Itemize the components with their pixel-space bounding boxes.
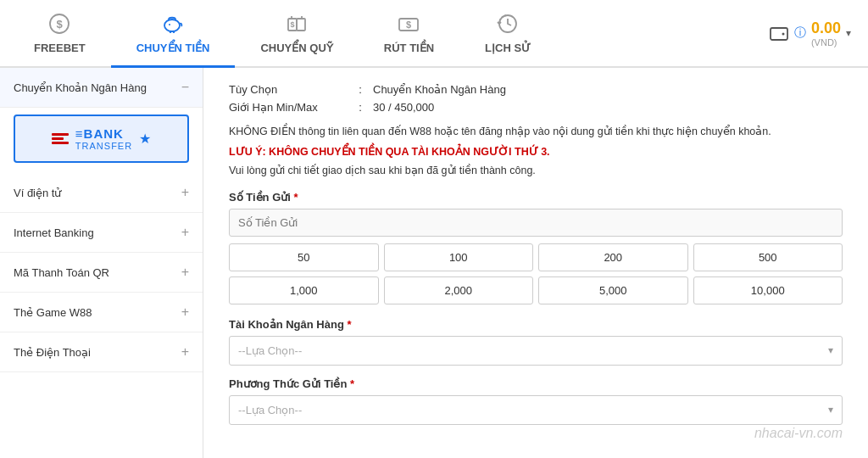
svg-text:$: $ <box>57 18 64 31</box>
payment-method-field-label: Phương Thức Gửi Tiền * <box>229 377 843 390</box>
amount-btn-500[interactable]: 500 <box>693 243 843 271</box>
info-icon[interactable]: ⓘ <box>794 25 806 41</box>
wallet-area: ⓘ 0.00 (VND) ▾ <box>760 0 860 66</box>
sidebar-item-bank-transfer[interactable]: Chuyển Khoản Ngân Hàng − <box>0 68 203 108</box>
limit-colon: : <box>348 101 373 114</box>
nav-item-chuyen-tien[interactable]: CHUYỂN TIỀN <box>111 0 236 68</box>
payment-method-select[interactable]: --Lựa Chọn-- ▾ <box>229 395 843 425</box>
sidebar-label-bank-transfer: Chuyển Khoản Ngân Hàng <box>14 81 147 94</box>
notice-box: KHÔNG ĐIỀN thông tin liên quan đến W88 h… <box>229 124 843 140</box>
wallet-icon-wrap: ⓘ <box>769 23 806 43</box>
amount-btn-2000[interactable]: 2,000 <box>384 276 534 304</box>
bank-select-chevron-icon: ▾ <box>828 344 833 356</box>
sidebar-label-the-dien-thoai: Thẻ Điện Thoại <box>14 346 91 359</box>
nav-label-freebet: FREEBET <box>34 42 86 54</box>
balance-amount: 0.00 <box>811 20 841 37</box>
amount-btn-200[interactable]: 200 <box>538 243 688 271</box>
sidebar-item-internet-banking[interactable]: Internet Banking + <box>0 213 203 253</box>
sidebar-item-the-game[interactable]: Thẻ Game W88 + <box>0 293 203 332</box>
amount-input[interactable] <box>229 209 843 237</box>
bank-line-1 <box>52 133 69 136</box>
wallet-icon <box>769 23 789 43</box>
plus-icon-2: + <box>181 225 189 240</box>
amount-field-label: Số Tiền Gửi * <box>229 191 843 204</box>
sidebar-label-ma-thanh-toan: Mã Thanh Toán QR <box>14 266 109 279</box>
limit-row: Giới Hạn Min/Max : 30 / 450,000 <box>229 101 843 114</box>
sidebar-label-internet-banking: Internet Banking <box>14 226 94 239</box>
bank-line-3 <box>52 142 69 144</box>
limit-label: Giới Hạn Min/Max <box>229 101 348 114</box>
amount-grid: 50 100 200 500 1,000 2,000 5,000 10,000 <box>229 243 843 304</box>
notice-warning-prefix: Lưu ý: <box>229 146 269 158</box>
star-icon: ★ <box>139 131 151 147</box>
dollar-box-icon: $ <box>396 11 421 36</box>
transfer-box-icon: $ <box>284 11 309 36</box>
sidebar: Chuyển Khoản Ngân Hàng − ≡BANK TRANSFER … <box>0 68 203 458</box>
notice-text-2: Vui lòng gửi chi tiết giao dịch sau khi … <box>229 165 536 176</box>
amount-btn-1000[interactable]: 1,000 <box>229 276 379 304</box>
piggy-bank-icon <box>160 11 186 36</box>
sidebar-item-vi-dien-tu[interactable]: Ví điện tử + <box>0 173 203 213</box>
amount-required-star: * <box>294 191 298 204</box>
bank-name: ≡BANK <box>75 126 132 141</box>
svg-text:$: $ <box>406 20 411 30</box>
sidebar-label-the-game: Thẻ Game W88 <box>14 306 92 319</box>
bank-select-placeholder: --Lựa Chọn-- <box>238 344 302 357</box>
amount-label-text: Số Tiền Gửi <box>229 191 291 204</box>
svg-rect-10 <box>771 28 787 40</box>
amount-btn-100[interactable]: 100 <box>384 243 534 271</box>
notice-warning-suffix: tiền qua Tài khoản người thứ 3. <box>356 146 550 158</box>
notice-warning: Lưu ý: KHÔNG CHUYỂN tiền qua Tài khoản n… <box>229 145 843 158</box>
option-label: Tùy Chọn <box>229 83 348 96</box>
svg-rect-5 <box>297 19 305 31</box>
chevron-down-icon[interactable]: ▾ <box>846 27 851 39</box>
bank-logo-text: ≡BANK TRANSFER <box>75 126 132 151</box>
bank-account-field-label: Tài Khoản Ngân Hàng * <box>229 318 843 331</box>
content-area: Tùy Chọn : Chuyển Khoản Ngân Hàng Giới H… <box>203 68 868 458</box>
payment-select-chevron-icon: ▾ <box>828 404 833 416</box>
option-value: Chuyển Khoản Ngân Hàng <box>373 83 506 96</box>
bank-account-required-star: * <box>347 318 351 331</box>
sidebar-item-the-dien-thoai[interactable]: Thẻ Điện Thoại + <box>0 332 203 372</box>
payment-method-label-text: Phương Thức Gửi Tiền <box>229 377 347 390</box>
nav-item-chuyen-quy[interactable]: $ CHUYỂN QUỸ <box>235 0 358 68</box>
limit-value: 30 / 450,000 <box>373 101 434 114</box>
notice-after: Vui lòng gửi chi tiết giao dịch sau khi … <box>229 163 843 179</box>
nav-label-chuyen-tien: CHUYỂN TIỀN <box>136 42 210 54</box>
balance-display: 0.00 (VND) <box>811 20 841 47</box>
nav-label-lich-su: LỊCH SỬ <box>485 42 531 54</box>
plus-icon-5: + <box>181 344 189 360</box>
svg-text:$: $ <box>291 20 295 29</box>
dollar-circle-icon: $ <box>47 11 72 36</box>
bank-line-2 <box>52 137 64 140</box>
plus-icon-1: + <box>181 185 189 200</box>
bank-account-select[interactable]: --Lựa Chọn-- ▾ <box>229 336 843 366</box>
main-layout: Chuyển Khoản Ngân Hàng − ≡BANK TRANSFER … <box>0 68 868 458</box>
sidebar-label-vi-dien-tu: Ví điện tử <box>14 187 61 199</box>
nav-item-rut-tien[interactable]: $ RÚT TIỀN <box>359 0 459 68</box>
bank-account-label-text: Tài Khoản Ngân Hàng <box>229 318 344 331</box>
balance-currency: (VND) <box>811 37 841 47</box>
bank-sub: TRANSFER <box>75 141 132 151</box>
top-navigation: $ FREEBET CHUYỂN TIỀN $ CHUYỂN <box>0 0 868 68</box>
nav-label-rut-tien: RÚT TIỀN <box>384 42 434 54</box>
option-row: Tùy Chọn : Chuyển Khoản Ngân Hàng <box>229 83 843 96</box>
payment-select-placeholder: --Lựa Chọn-- <box>238 404 302 416</box>
amount-btn-5000[interactable]: 5,000 <box>538 276 688 304</box>
bank-lines <box>52 133 69 144</box>
nav-item-lich-su[interactable]: LỊCH SỬ <box>459 0 556 68</box>
plus-icon-3: + <box>181 265 189 280</box>
payment-method-required-star: * <box>350 377 354 390</box>
notice-text-1: KHÔNG ĐIỀN thông tin liên quan đến W88 h… <box>229 126 771 137</box>
sidebar-item-ma-thanh-toan[interactable]: Mã Thanh Toán QR + <box>0 253 203 293</box>
option-colon: : <box>348 83 373 96</box>
amount-btn-50[interactable]: 50 <box>229 243 379 271</box>
svg-point-11 <box>782 33 784 36</box>
svg-point-2 <box>164 20 180 31</box>
nav-item-freebet[interactable]: $ FREEBET <box>8 0 111 68</box>
amount-btn-10000[interactable]: 10,000 <box>693 276 843 304</box>
history-icon <box>495 11 520 36</box>
bank-logo: ≡BANK TRANSFER ★ <box>14 114 189 163</box>
minus-icon: − <box>181 80 189 95</box>
plus-icon-4: + <box>181 304 189 320</box>
